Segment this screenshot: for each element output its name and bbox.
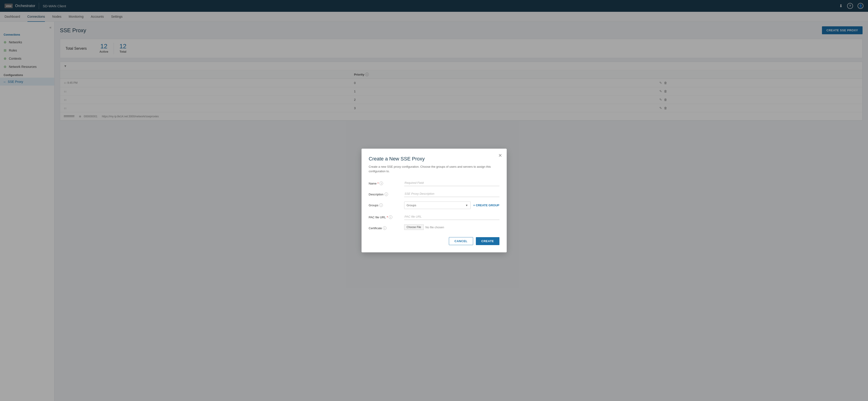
name-field bbox=[404, 180, 499, 186]
name-info-icon[interactable]: i bbox=[379, 181, 383, 185]
certificate-info-icon[interactable]: i bbox=[383, 226, 386, 230]
certificate-field-row: Certificate i Choose File No file chosen bbox=[369, 224, 499, 230]
create-sse-proxy-modal: ✕ Create a New SSE Proxy Create a new SS… bbox=[362, 149, 507, 252]
groups-select-container: Groups ▼ bbox=[404, 202, 471, 209]
cancel-button[interactable]: CANCEL bbox=[449, 237, 473, 245]
certificate-label: Certificate i bbox=[369, 224, 401, 230]
description-field bbox=[404, 191, 499, 197]
description-label: Description i bbox=[369, 191, 401, 196]
modal-description: Create a new SSE proxy configuration. Ch… bbox=[369, 165, 499, 173]
name-required-star: * bbox=[377, 182, 378, 185]
name-field-row: Name * i bbox=[369, 180, 499, 186]
name-input[interactable] bbox=[404, 180, 499, 186]
pac-url-label: PAC file URL * i bbox=[369, 213, 401, 219]
groups-label: Groups i bbox=[369, 202, 401, 207]
create-button[interactable]: CREATE bbox=[476, 237, 499, 245]
groups-field-row: Groups i Groups ▼ + CREATE GROUP bbox=[369, 202, 499, 209]
pac-url-field bbox=[404, 213, 499, 220]
groups-select[interactable]: Groups bbox=[404, 202, 463, 209]
choose-file-button[interactable]: Choose File bbox=[404, 224, 424, 230]
pac-url-input[interactable] bbox=[404, 213, 499, 220]
create-group-link[interactable]: + CREATE GROUP bbox=[473, 204, 499, 207]
no-file-label: No file chosen bbox=[426, 226, 444, 229]
modal-overlay[interactable]: ✕ Create a New SSE Proxy Create a new SS… bbox=[0, 0, 868, 401]
modal-title: Create a New SSE Proxy bbox=[369, 156, 499, 162]
certificate-field: Choose File No file chosen bbox=[404, 224, 499, 230]
pac-url-field-row: PAC file URL * i bbox=[369, 213, 499, 220]
modal-footer: CANCEL CREATE bbox=[369, 237, 499, 245]
chevron-down-icon: ▼ bbox=[463, 204, 470, 207]
groups-field: Groups ▼ + CREATE GROUP bbox=[404, 202, 499, 209]
modal-close-button[interactable]: ✕ bbox=[498, 153, 502, 158]
groups-select-wrapper: Groups ▼ + CREATE GROUP bbox=[404, 202, 499, 209]
description-info-icon[interactable]: i bbox=[384, 193, 388, 196]
pac-url-info-icon[interactable]: i bbox=[389, 216, 392, 219]
groups-info-icon[interactable]: i bbox=[379, 203, 383, 207]
description-field-row: Description i bbox=[369, 191, 499, 197]
description-input[interactable] bbox=[404, 191, 499, 197]
pac-url-required-star: * bbox=[387, 216, 388, 219]
certificate-file-wrapper: Choose File No file chosen bbox=[404, 224, 499, 230]
name-label: Name * i bbox=[369, 180, 401, 185]
